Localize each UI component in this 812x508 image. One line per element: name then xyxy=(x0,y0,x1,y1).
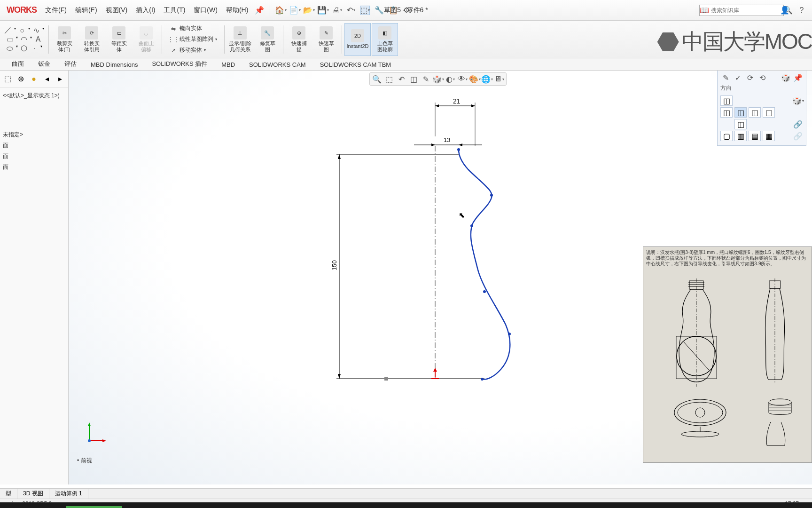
property-tab-icon[interactable]: ⊕ xyxy=(15,73,26,85)
viewport-2h[interactable]: ▥ xyxy=(734,131,747,141)
feature-tree-tab-icon[interactable]: ⬚ xyxy=(2,73,13,85)
viewport-2v[interactable]: ▤ xyxy=(749,131,761,141)
display-relations-button[interactable]: ⊥显示/删除 几何关系 xyxy=(227,23,253,56)
tab-mbd-dimensions[interactable]: MBD Dimensions xyxy=(84,59,145,70)
zoom-area-icon[interactable]: ⬚ xyxy=(384,74,394,84)
repair-sketch-button[interactable]: 🔧修复草 图 xyxy=(254,23,281,56)
orient-ic2[interactable]: ✓ xyxy=(733,72,743,83)
orient-cube-icon[interactable]: 🎲 xyxy=(781,72,791,83)
shaded-contour-button[interactable]: ◧上色草 图轮廓 xyxy=(372,23,398,56)
undo-icon[interactable]: ↶ xyxy=(346,6,356,15)
hide-show-icon[interactable]: 👁 xyxy=(457,74,468,84)
home-icon[interactable]: 🏠 xyxy=(276,6,285,15)
point-tool-icon[interactable]: · xyxy=(30,44,39,53)
windows-taskbar[interactable] xyxy=(0,502,812,508)
viewport-settings-icon[interactable]: 🖥 xyxy=(494,74,504,84)
tab-sw-addins[interactable]: SOLIDWORKS 插件 xyxy=(145,57,214,70)
arc-tool-icon[interactable]: ◠ xyxy=(20,35,28,44)
appearance-icon[interactable]: 🎨 xyxy=(469,74,480,84)
print-icon[interactable]: 🖨 xyxy=(332,6,342,15)
pin-icon[interactable]: 📌 xyxy=(255,6,264,15)
orient-back[interactable]: ◫ xyxy=(763,107,775,118)
tab-evaluate[interactable]: 评估 xyxy=(57,57,84,70)
linear-pattern-button[interactable]: ⋮⋮线性草图阵列▾ xyxy=(166,34,220,45)
open-icon[interactable]: 📂 xyxy=(304,6,313,15)
new-icon[interactable]: 📄 xyxy=(290,6,299,15)
search-input[interactable] xyxy=(709,7,783,14)
menu-tools[interactable]: 工具(T) xyxy=(160,4,189,16)
orient-left[interactable]: ◫ xyxy=(720,107,733,118)
move-entities-button[interactable]: ↗移动实体▾ xyxy=(166,45,209,56)
select-icon[interactable]: ⬚ xyxy=(360,6,370,15)
user-icon[interactable]: 👤 xyxy=(780,6,789,15)
convert-entities-button[interactable]: ⟳转换实 体引用 xyxy=(78,23,105,56)
orient-ic1[interactable]: ✎ xyxy=(720,72,731,83)
tab-surface[interactable]: 曲面 xyxy=(5,57,31,70)
orient-ic4[interactable]: ⟲ xyxy=(757,72,767,83)
orient-top[interactable]: ◫ xyxy=(720,95,733,106)
tree-plane-3[interactable]: 面 xyxy=(2,162,66,173)
menu-insert[interactable]: 插入(I) xyxy=(132,4,159,16)
tree-plane-2[interactable]: 面 xyxy=(2,151,66,162)
orient-pin-icon[interactable]: 📌 xyxy=(793,72,803,83)
tab-3d-views[interactable]: 3D 视图 xyxy=(17,489,49,499)
next-tab-icon[interactable]: ▸ xyxy=(55,73,66,85)
polygon-tool-icon[interactable]: ⬡ xyxy=(20,44,28,53)
viewport-4[interactable]: ▦ xyxy=(763,131,775,141)
slot-tool-icon[interactable]: ⬭ xyxy=(6,44,14,53)
quick-snaps-button[interactable]: ⊕快速捕 捉 xyxy=(286,23,312,56)
save-icon[interactable]: 💾 xyxy=(318,6,328,15)
scene-icon[interactable]: 🌐 xyxy=(482,74,492,84)
orient-link-icon[interactable]: 🔗 xyxy=(793,119,803,129)
spline-profile[interactable] xyxy=(459,150,510,379)
text-tool-icon[interactable]: A xyxy=(34,35,42,44)
search-box[interactable]: 📖 🔍 xyxy=(699,5,784,16)
search-scope-icon[interactable]: 📖 xyxy=(700,6,709,15)
menu-help[interactable]: 帮助(H) xyxy=(222,4,252,16)
feature-tree[interactable]: <<默认>_显示状态 1>) 未指定> 面 面 面 xyxy=(0,87,68,175)
spline-tool-icon[interactable]: ∿ xyxy=(32,26,40,35)
display-style-icon[interactable]: ◐ xyxy=(445,74,455,84)
orient-more-icon[interactable]: 🎲 xyxy=(793,95,803,106)
tab-model[interactable]: 型 xyxy=(0,489,17,499)
dimension-21[interactable]: 21 xyxy=(435,97,475,146)
help-icon[interactable]: ? xyxy=(797,6,806,15)
view-orientation-icon[interactable]: 🎲 xyxy=(433,74,443,84)
previous-view-icon[interactable]: ↶ xyxy=(396,74,406,84)
menu-edit[interactable]: 编辑(E) xyxy=(71,4,101,16)
prev-tab-icon[interactable]: ◂ xyxy=(41,73,53,85)
menu-window[interactable]: 窗口(W) xyxy=(190,4,221,16)
orient-ic3[interactable]: ⟳ xyxy=(745,72,755,83)
menu-file[interactable]: 文件(F) xyxy=(41,4,70,16)
tree-plane-1[interactable]: 面 xyxy=(2,140,66,151)
config-tab-icon[interactable]: ● xyxy=(28,73,39,85)
dynamic-annotate-icon[interactable]: ✎ xyxy=(421,74,431,84)
tab-sw-cam[interactable]: SOLIDWORKS CAM xyxy=(242,59,313,70)
reference-drawing-overlay[interactable]: 说明：汉发水瓶(图3-8)壁厚1 mm，瓶口螺纹螺距6，圈数1.5，螺纹牙型右侧… xyxy=(643,246,812,463)
orient-right[interactable]: ◫ xyxy=(749,107,761,118)
rebuild-icon[interactable]: 🔧 xyxy=(375,6,384,15)
rect-tool-icon[interactable]: ▭ xyxy=(6,35,14,44)
tree-unspecified[interactable]: 未指定> xyxy=(2,129,66,140)
mirror-entities-button[interactable]: ⇋镜向实体 xyxy=(166,24,205,34)
orient-front[interactable]: ◫ xyxy=(734,107,747,118)
offset-entities-button[interactable]: ⊏等距实 体 xyxy=(106,23,132,56)
graphics-viewport[interactable]: 🔍 ⬚ ↶ ◫ ✎ 🎲 ◐ 👁 🎨 🌐 🖥 ✎ ✓ ⟳ ⟲ 🎲 📌 方向 xyxy=(69,71,812,484)
instant2d-button[interactable]: 2DInstant2D xyxy=(344,23,371,56)
tab-motion-study[interactable]: 运动算例 1 xyxy=(49,489,88,499)
tree-config-state[interactable]: <<默认>_显示状态 1>) xyxy=(2,90,66,101)
tab-sw-cam-tbm[interactable]: SOLIDWORKS CAM TBM xyxy=(313,59,398,70)
zoom-fit-icon[interactable]: 🔍 xyxy=(372,74,382,84)
viewport-single[interactable]: ▢ xyxy=(720,131,733,141)
circle-tool-icon[interactable]: ○ xyxy=(18,26,26,35)
rapid-sketch-button[interactable]: ✎快速草 图 xyxy=(313,23,339,56)
dimension-150[interactable]: 150 xyxy=(331,154,341,379)
tab-mbd[interactable]: MBD xyxy=(214,59,242,70)
dimension-13[interactable]: 13 xyxy=(414,136,482,146)
menu-view[interactable]: 视图(V) xyxy=(102,4,132,16)
line-tool-icon[interactable]: ／ xyxy=(4,26,12,35)
tab-sheetmetal[interactable]: 钣金 xyxy=(31,57,57,70)
orientation-panel[interactable]: ✎ ✓ ⟳ ⟲ 🎲 📌 方向 ◫🎲 ◫ ◫ ◫ ◫ ◫ 🔗 ▢ xyxy=(717,71,806,146)
section-view-icon[interactable]: ◫ xyxy=(408,74,419,84)
orient-bottom[interactable]: ◫ xyxy=(734,119,747,129)
